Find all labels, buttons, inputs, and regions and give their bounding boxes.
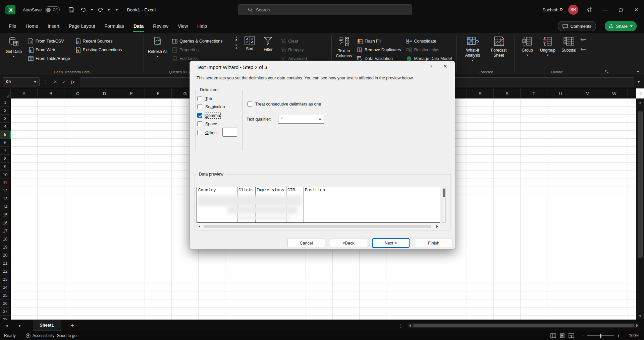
page-layout-view-icon[interactable] (559, 333, 565, 338)
row-header[interactable]: 20 (0, 251, 11, 259)
row-header[interactable]: 23 (0, 275, 11, 283)
minimize-button[interactable]: — (598, 0, 613, 19)
row-cells[interactable] (11, 251, 636, 259)
what-if-analysis-button[interactable]: ? What-If Analysis (460, 35, 486, 61)
row-header[interactable]: 3 (0, 115, 11, 123)
column-header[interactable]: F (145, 88, 172, 98)
row-header[interactable]: 9 (0, 163, 11, 171)
zoom-slider-thumb[interactable] (600, 334, 601, 338)
dialog-close-button[interactable]: ✕ (439, 64, 451, 72)
comments-button[interactable]: Comments (558, 21, 596, 31)
properties-button[interactable]: Properties (170, 46, 225, 54)
row-header[interactable]: 27 (0, 308, 11, 316)
finish-button[interactable]: Finish (415, 238, 452, 248)
horizontal-scrollbar[interactable] (408, 323, 639, 328)
select-all-corner[interactable] (0, 88, 11, 98)
other-delimiter-input[interactable] (222, 128, 237, 137)
collapse-ribbon-icon[interactable] (637, 71, 639, 72)
filter-button[interactable]: Filter (259, 35, 277, 52)
search-input[interactable]: Search (238, 4, 412, 15)
column-header[interactable]: U (547, 88, 574, 98)
normal-view-icon[interactable] (550, 333, 556, 338)
close-button[interactable]: ✕ (629, 0, 644, 19)
scroll-down-icon[interactable]: ▼ (636, 312, 644, 320)
row-header[interactable]: 13 (0, 195, 11, 203)
queries-connections-button[interactable]: Queries & Connections (170, 37, 225, 46)
hide-detail-icon[interactable] (580, 48, 586, 52)
row-header[interactable]: 26 (0, 299, 11, 308)
from-text-csv-button[interactable]: From Text/CSV (26, 37, 72, 46)
accessibility-status[interactable]: Accessibility: Good to go (26, 333, 76, 338)
column-header[interactable]: E (118, 88, 145, 98)
from-web-button[interactable]: From Web (26, 46, 72, 54)
name-box[interactable]: K5 (3, 77, 40, 86)
scroll-right-icon[interactable] (636, 324, 638, 327)
row-header[interactable]: 19 (0, 243, 11, 251)
share-button[interactable]: Share (605, 21, 637, 31)
column-header[interactable]: X (628, 88, 644, 98)
column-header[interactable]: S (494, 88, 521, 98)
tab-review[interactable]: Review (148, 19, 173, 33)
preview-horizontal-scrollbar[interactable] (197, 224, 440, 229)
column-header[interactable]: V (574, 88, 601, 98)
delimiter-semicolon-row[interactable]: Semicolon (197, 104, 225, 109)
insert-function-icon[interactable]: fx (68, 77, 77, 86)
tab-data[interactable]: Data (129, 19, 148, 33)
zoom-slider[interactable] (587, 335, 614, 336)
cancel-button[interactable]: Cancel (287, 238, 325, 248)
sheet-options-icon[interactable]: ⋮ (398, 323, 403, 328)
row-header[interactable]: 11 (0, 179, 11, 187)
text-qualifier-combobox[interactable]: " (278, 115, 324, 124)
sort-descending-button[interactable]: ZA↓ (235, 44, 240, 50)
semicolon-checkbox[interactable] (197, 104, 202, 109)
tab-home[interactable]: Home (21, 19, 43, 33)
row-cells[interactable] (11, 299, 636, 308)
row-header[interactable]: 1 (0, 98, 11, 107)
column-header[interactable]: T (521, 88, 547, 98)
row-header[interactable]: 15 (0, 211, 11, 219)
existing-connections-button[interactable]: Existing Connections (73, 46, 124, 54)
space-checkbox[interactable] (197, 121, 202, 126)
row-header[interactable]: 22 (0, 267, 11, 275)
row-header[interactable]: 28 (0, 316, 11, 320)
restore-button[interactable] (613, 0, 629, 19)
tab-insert[interactable]: Insert (43, 19, 64, 33)
vertical-scrollbar-thumb[interactable] (638, 111, 643, 258)
scroll-left-icon[interactable] (199, 225, 200, 228)
next-button[interactable]: Next > (372, 238, 410, 248)
confirm-entry-icon[interactable]: ✓ (60, 77, 68, 86)
flash-fill-button[interactable]: Flash Fill (355, 37, 403, 46)
subtotal-button[interactable]: Subtotal (558, 35, 579, 53)
refresh-all-button[interactable]: Refresh All (147, 35, 169, 57)
delimiter-space-row[interactable]: Space (197, 121, 217, 126)
zoom-out-button[interactable]: − (582, 333, 584, 338)
cancel-entry-icon[interactable]: ✕ (51, 77, 60, 86)
tab-help[interactable]: Help (193, 19, 212, 33)
horizontal-scrollbar-thumb[interactable] (413, 324, 634, 327)
tab-formulas[interactable]: Formulas (100, 19, 129, 33)
column-header[interactable]: B (38, 88, 64, 98)
undo-icon[interactable] (78, 5, 89, 15)
row-header[interactable]: 6 (0, 139, 11, 147)
comma-checkbox[interactable] (197, 113, 202, 118)
row-header[interactable]: 2 (0, 107, 11, 115)
delimiter-comma-row[interactable]: Comma (197, 113, 220, 118)
row-header[interactable]: 21 (0, 259, 11, 267)
group-button[interactable]: Group (518, 35, 537, 56)
row-header[interactable]: 17 (0, 227, 11, 235)
other-checkbox[interactable] (197, 130, 202, 135)
scroll-up-icon[interactable]: ▲ (636, 98, 644, 106)
treat-consecutive-row[interactable]: Treat consecutive delimiters as one (247, 101, 321, 107)
recent-sources-button[interactable]: Recent Sources (73, 37, 124, 46)
from-table-range-button[interactable]: From Table/Range (26, 54, 72, 63)
show-detail-icon[interactable] (580, 38, 586, 42)
zoom-in-button[interactable]: + (617, 333, 620, 338)
back-button[interactable]: < Back (330, 238, 367, 248)
scroll-right-icon[interactable] (436, 225, 438, 228)
column-header[interactable]: A (11, 88, 38, 98)
row-header[interactable]: 16 (0, 219, 11, 227)
save-icon[interactable] (66, 5, 76, 15)
sort-ascending-button[interactable]: AZ↓ (235, 36, 240, 42)
outline-dialog-launcher-icon[interactable] (605, 70, 609, 74)
reapply-filter-button[interactable]: Reapply (279, 46, 309, 54)
